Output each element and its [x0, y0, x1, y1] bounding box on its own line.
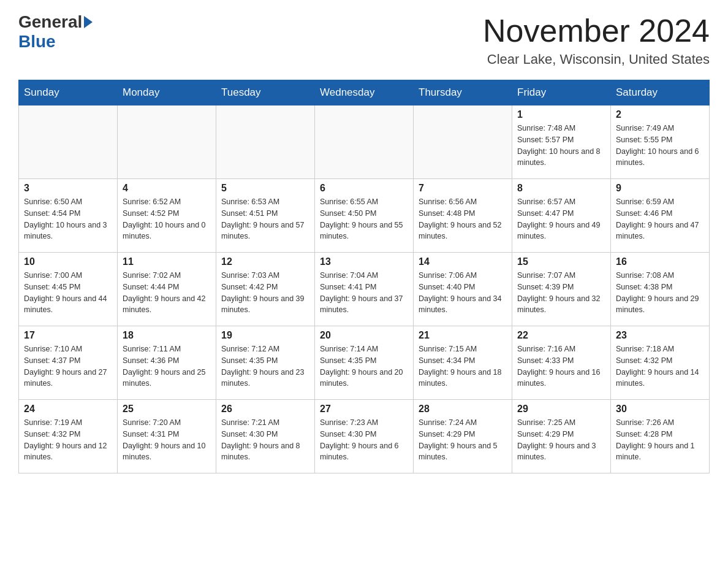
day-number: 13 — [320, 256, 408, 267]
day-info: Sunrise: 7:03 AMSunset: 4:42 PMDaylight:… — [221, 270, 309, 316]
calendar-day-cell: 28Sunrise: 7:24 AMSunset: 4:29 PMDayligh… — [414, 400, 512, 473]
calendar-day-cell: 29Sunrise: 7:25 AMSunset: 4:29 PMDayligh… — [512, 400, 611, 473]
calendar-day-cell: 5Sunrise: 6:53 AMSunset: 4:51 PMDaylight… — [216, 179, 315, 253]
day-info: Sunrise: 7:07 AMSunset: 4:39 PMDaylight:… — [517, 270, 605, 316]
weekday-header-monday: Monday — [118, 80, 216, 105]
calendar-day-cell: 21Sunrise: 7:15 AMSunset: 4:34 PMDayligh… — [414, 326, 512, 400]
calendar-day-cell: 27Sunrise: 7:23 AMSunset: 4:30 PMDayligh… — [315, 400, 414, 473]
calendar-day-cell: 24Sunrise: 7:19 AMSunset: 4:32 PMDayligh… — [19, 400, 118, 473]
logo-general-text: General — [18, 12, 82, 32]
day-number: 1 — [517, 109, 605, 120]
calendar-subtitle: Clear Lake, Wisconsin, United States — [483, 52, 710, 67]
calendar-day-cell: 30Sunrise: 7:26 AMSunset: 4:28 PMDayligh… — [611, 400, 710, 473]
weekday-header-wednesday: Wednesday — [315, 80, 414, 105]
day-info: Sunrise: 7:08 AMSunset: 4:38 PMDaylight:… — [616, 270, 704, 316]
day-info: Sunrise: 7:00 AMSunset: 4:45 PMDaylight:… — [24, 270, 112, 316]
calendar-day-cell — [315, 105, 414, 179]
day-info: Sunrise: 7:48 AMSunset: 5:57 PMDaylight:… — [517, 123, 605, 169]
day-number: 15 — [517, 256, 605, 267]
day-number: 6 — [320, 183, 408, 194]
day-info: Sunrise: 7:06 AMSunset: 4:40 PMDaylight:… — [419, 270, 507, 316]
calendar-day-cell: 15Sunrise: 7:07 AMSunset: 4:39 PMDayligh… — [512, 253, 611, 326]
calendar-week-row: 24Sunrise: 7:19 AMSunset: 4:32 PMDayligh… — [19, 400, 710, 473]
calendar-day-cell: 7Sunrise: 6:56 AMSunset: 4:48 PMDaylight… — [414, 179, 512, 253]
day-number: 17 — [24, 330, 112, 341]
day-number: 23 — [616, 330, 704, 341]
weekday-header-sunday: Sunday — [19, 80, 118, 105]
calendar-day-cell: 4Sunrise: 6:52 AMSunset: 4:52 PMDaylight… — [118, 179, 216, 253]
day-info: Sunrise: 7:04 AMSunset: 4:41 PMDaylight:… — [320, 270, 408, 316]
calendar-day-cell: 3Sunrise: 6:50 AMSunset: 4:54 PMDaylight… — [19, 179, 118, 253]
day-number: 25 — [123, 404, 211, 415]
weekday-header-friday: Friday — [512, 80, 611, 105]
calendar-day-cell: 2Sunrise: 7:49 AMSunset: 5:55 PMDaylight… — [611, 105, 710, 179]
calendar-day-cell: 14Sunrise: 7:06 AMSunset: 4:40 PMDayligh… — [414, 253, 512, 326]
day-number: 22 — [517, 330, 605, 341]
day-info: Sunrise: 6:56 AMSunset: 4:48 PMDaylight:… — [419, 196, 507, 242]
calendar-day-cell: 16Sunrise: 7:08 AMSunset: 4:38 PMDayligh… — [611, 253, 710, 326]
calendar-day-cell: 18Sunrise: 7:11 AMSunset: 4:36 PMDayligh… — [118, 326, 216, 400]
calendar-week-row: 3Sunrise: 6:50 AMSunset: 4:54 PMDaylight… — [19, 179, 710, 253]
day-number: 18 — [123, 330, 211, 341]
day-info: Sunrise: 7:25 AMSunset: 4:29 PMDaylight:… — [517, 417, 605, 463]
calendar-day-cell: 25Sunrise: 7:20 AMSunset: 4:31 PMDayligh… — [118, 400, 216, 473]
day-number: 28 — [419, 404, 507, 415]
calendar-week-row: 17Sunrise: 7:10 AMSunset: 4:37 PMDayligh… — [19, 326, 710, 400]
day-info: Sunrise: 6:55 AMSunset: 4:50 PMDaylight:… — [320, 196, 408, 242]
calendar-day-cell: 1Sunrise: 7:48 AMSunset: 5:57 PMDaylight… — [512, 105, 611, 179]
day-info: Sunrise: 7:19 AMSunset: 4:32 PMDaylight:… — [24, 417, 112, 463]
calendar-day-cell — [414, 105, 512, 179]
day-number: 30 — [616, 404, 704, 415]
day-info: Sunrise: 7:21 AMSunset: 4:30 PMDaylight:… — [221, 417, 309, 463]
day-info: Sunrise: 6:57 AMSunset: 4:47 PMDaylight:… — [517, 196, 605, 242]
calendar-day-cell: 22Sunrise: 7:16 AMSunset: 4:33 PMDayligh… — [512, 326, 611, 400]
day-number: 27 — [320, 404, 408, 415]
calendar-day-cell: 17Sunrise: 7:10 AMSunset: 4:37 PMDayligh… — [19, 326, 118, 400]
day-number: 7 — [419, 183, 507, 194]
day-info: Sunrise: 7:24 AMSunset: 4:29 PMDaylight:… — [419, 417, 507, 463]
calendar-week-row: 10Sunrise: 7:00 AMSunset: 4:45 PMDayligh… — [19, 253, 710, 326]
calendar-day-cell: 9Sunrise: 6:59 AMSunset: 4:46 PMDaylight… — [611, 179, 710, 253]
calendar-day-cell: 19Sunrise: 7:12 AMSunset: 4:35 PMDayligh… — [216, 326, 315, 400]
day-info: Sunrise: 7:26 AMSunset: 4:28 PMDaylight:… — [616, 417, 704, 463]
calendar-day-cell: 20Sunrise: 7:14 AMSunset: 4:35 PMDayligh… — [315, 326, 414, 400]
day-number: 8 — [517, 183, 605, 194]
day-info: Sunrise: 6:59 AMSunset: 4:46 PMDaylight:… — [616, 196, 704, 242]
logo-triangle-icon — [84, 16, 93, 28]
logo: General Blue — [18, 12, 94, 52]
day-number: 10 — [24, 256, 112, 267]
calendar-day-cell — [19, 105, 118, 179]
day-info: Sunrise: 7:10 AMSunset: 4:37 PMDaylight:… — [24, 343, 112, 389]
logo-blue-text: Blue — [18, 32, 56, 51]
day-info: Sunrise: 7:11 AMSunset: 4:36 PMDaylight:… — [123, 343, 211, 389]
calendar-week-row: 1Sunrise: 7:48 AMSunset: 5:57 PMDaylight… — [19, 105, 710, 179]
day-info: Sunrise: 7:18 AMSunset: 4:32 PMDaylight:… — [616, 343, 704, 389]
calendar-day-cell: 8Sunrise: 6:57 AMSunset: 4:47 PMDaylight… — [512, 179, 611, 253]
weekday-header-tuesday: Tuesday — [216, 80, 315, 105]
day-number: 14 — [419, 256, 507, 267]
calendar-table: SundayMondayTuesdayWednesdayThursdayFrid… — [18, 80, 710, 473]
day-info: Sunrise: 7:14 AMSunset: 4:35 PMDaylight:… — [320, 343, 408, 389]
title-area: November 2024 Clear Lake, Wisconsin, Uni… — [483, 12, 710, 67]
weekday-header-saturday: Saturday — [611, 80, 710, 105]
day-info: Sunrise: 7:23 AMSunset: 4:30 PMDaylight:… — [320, 417, 408, 463]
day-number: 19 — [221, 330, 309, 341]
day-number: 21 — [419, 330, 507, 341]
weekday-header-row: SundayMondayTuesdayWednesdayThursdayFrid… — [19, 80, 710, 105]
calendar-day-cell: 13Sunrise: 7:04 AMSunset: 4:41 PMDayligh… — [315, 253, 414, 326]
day-info: Sunrise: 7:20 AMSunset: 4:31 PMDaylight:… — [123, 417, 211, 463]
day-info: Sunrise: 7:16 AMSunset: 4:33 PMDaylight:… — [517, 343, 605, 389]
day-number: 29 — [517, 404, 605, 415]
calendar-title: November 2024 — [483, 12, 710, 49]
day-info: Sunrise: 6:52 AMSunset: 4:52 PMDaylight:… — [123, 196, 211, 242]
day-info: Sunrise: 7:02 AMSunset: 4:44 PMDaylight:… — [123, 270, 211, 316]
day-number: 2 — [616, 109, 704, 120]
day-number: 16 — [616, 256, 704, 267]
day-number: 20 — [320, 330, 408, 341]
day-number: 11 — [123, 256, 211, 267]
day-number: 5 — [221, 183, 309, 194]
header: General Blue November 2024 Clear Lake, W… — [18, 12, 710, 67]
day-number: 4 — [123, 183, 211, 194]
calendar-day-cell: 11Sunrise: 7:02 AMSunset: 4:44 PMDayligh… — [118, 253, 216, 326]
day-number: 12 — [221, 256, 309, 267]
